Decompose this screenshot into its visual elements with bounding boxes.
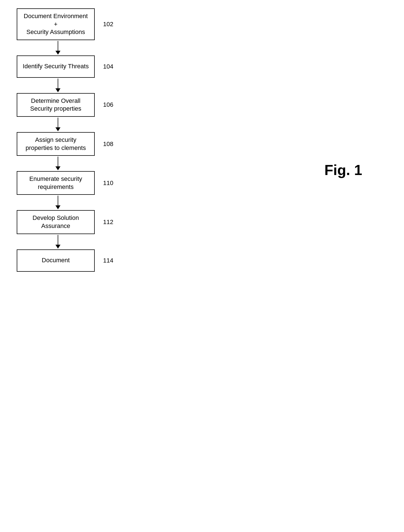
box-108: Assign security properties to clements bbox=[17, 132, 95, 156]
arrow-icon-4 bbox=[55, 157, 60, 170]
figure-label: Fig. 1 bbox=[324, 162, 362, 178]
arrow-3 bbox=[17, 117, 95, 132]
arrow-icon-5 bbox=[55, 196, 60, 209]
arrow-2 bbox=[17, 78, 95, 93]
box-102: Document Environment +Security Assumptio… bbox=[17, 8, 95, 40]
arrow-1 bbox=[17, 40, 95, 55]
flow-item-108: Assign security properties to clements 1… bbox=[17, 132, 212, 156]
flow-item-102: Document Environment +Security Assumptio… bbox=[17, 8, 212, 40]
label-108: 108 bbox=[103, 140, 113, 148]
flow-item-104: Identify Security Threats 104 bbox=[17, 55, 212, 78]
flow-item-106: Determine Overall Security properties 10… bbox=[17, 93, 212, 117]
arrow-4 bbox=[17, 156, 95, 171]
flow-item-114: Document 114 bbox=[17, 249, 212, 272]
box-110: Enumerate security requirements bbox=[17, 171, 95, 195]
arrow-icon-3 bbox=[55, 118, 60, 131]
label-102: 102 bbox=[103, 21, 113, 28]
box-106: Determine Overall Security properties bbox=[17, 93, 95, 117]
label-104: 104 bbox=[103, 63, 113, 70]
label-106: 106 bbox=[103, 101, 113, 108]
box-114: Document bbox=[17, 249, 95, 272]
arrow-5 bbox=[17, 195, 95, 210]
arrow-icon-2 bbox=[55, 79, 60, 92]
arrow-icon-1 bbox=[55, 41, 60, 55]
arrow-6 bbox=[17, 234, 95, 249]
label-114: 114 bbox=[103, 257, 113, 264]
flow-item-112: Develop Solution Assurance 112 bbox=[17, 210, 212, 234]
flow-item-110: Enumerate security requirements 110 bbox=[17, 171, 212, 195]
flowchart: Document Environment +Security Assumptio… bbox=[17, 8, 212, 272]
label-112: 112 bbox=[103, 218, 113, 226]
box-104: Identify Security Threats bbox=[17, 55, 95, 78]
box-112: Develop Solution Assurance bbox=[17, 210, 95, 234]
label-110: 110 bbox=[103, 179, 113, 187]
arrow-icon-6 bbox=[55, 235, 60, 249]
